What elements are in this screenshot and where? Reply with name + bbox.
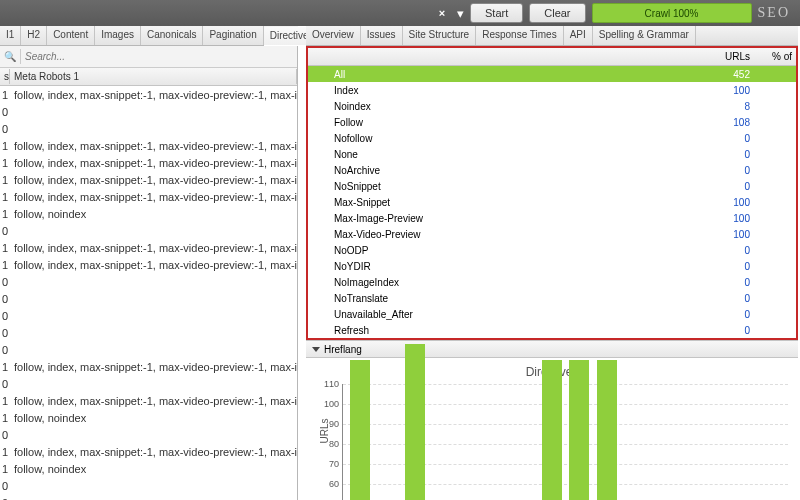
left-panel: 🔍 s Meta Robots 1 1follow, index, max-sn… xyxy=(0,46,298,500)
tab-response-times[interactable]: Response Times xyxy=(476,26,563,45)
table-row[interactable]: 0 xyxy=(0,341,297,358)
crawl-progress: Crawl 100% xyxy=(592,3,752,23)
tab-images[interactable]: Images xyxy=(95,26,141,45)
hreflang-expander[interactable]: Hreflang xyxy=(306,340,798,358)
directive-row-follow[interactable]: Follow108 xyxy=(308,114,796,130)
header-meta[interactable]: Meta Robots 1 xyxy=(10,69,297,84)
tab-canonicals[interactable]: Canonicals xyxy=(141,26,203,45)
directive-row-noodp[interactable]: NoODP0 xyxy=(308,242,796,258)
directive-row-max-snippet[interactable]: Max-Snippet100 xyxy=(308,194,796,210)
cell-s: 1 xyxy=(0,140,10,152)
chart-bar xyxy=(597,360,617,500)
directive-row-refresh[interactable]: Refresh0 xyxy=(308,322,796,338)
table-row[interactable]: 1follow, index, max-snippet:-1, max-vide… xyxy=(0,171,297,188)
table-row[interactable]: 0 xyxy=(0,290,297,307)
tab-content[interactable]: Content xyxy=(47,26,95,45)
cell-s: 1 xyxy=(0,446,10,458)
left-tabstrip: I1H2ContentImagesCanonicalsPaginationDir… xyxy=(0,26,298,46)
directive-row-all[interactable]: All452 xyxy=(308,66,796,82)
directive-label: Max-Video-Preview xyxy=(334,229,698,240)
table-row[interactable]: 0 xyxy=(0,426,297,443)
right-panel: URLs % of All452Index100Noindex8Follow10… xyxy=(306,46,798,500)
table-row[interactable]: 1follow, index, max-snippet:-1, max-vide… xyxy=(0,188,297,205)
cell-s: 0 xyxy=(0,497,10,501)
directive-row-noindex[interactable]: Noindex8 xyxy=(308,98,796,114)
cell-s: 0 xyxy=(0,106,10,118)
right-tabstrip: OverviewIssuesSite StructureResponse Tim… xyxy=(306,26,798,46)
directive-urls: 0 xyxy=(698,277,758,288)
table-row[interactable]: 1follow, index, max-snippet:-1, max-vide… xyxy=(0,256,297,273)
cell-meta: follow, index, max-snippet:-1, max-video… xyxy=(10,242,297,254)
gear-icon[interactable]: ▾ xyxy=(457,6,464,21)
table-row[interactable]: 1follow, index, max-snippet:-1, max-vide… xyxy=(0,137,297,154)
table-row[interactable]: 0 xyxy=(0,375,297,392)
directive-row-unavailable-after[interactable]: Unavailable_After0 xyxy=(308,306,796,322)
table-row[interactable]: 0 xyxy=(0,120,297,137)
table-row[interactable]: 1follow, index, max-snippet:-1, max-vide… xyxy=(0,239,297,256)
directive-urls: 0 xyxy=(698,245,758,256)
table-row[interactable]: 1follow, noindex xyxy=(0,205,297,222)
cell-s: 1 xyxy=(0,242,10,254)
search-input[interactable] xyxy=(21,49,297,64)
tab-issues[interactable]: Issues xyxy=(361,26,403,45)
table-row[interactable]: 1follow, index, max-snippet:-1, max-vide… xyxy=(0,86,297,103)
directive-urls: 0 xyxy=(698,293,758,304)
directive-urls: 0 xyxy=(698,133,758,144)
directive-row-nofollow[interactable]: Nofollow0 xyxy=(308,130,796,146)
tab-h2[interactable]: H2 xyxy=(21,26,47,45)
directive-row-nosnippet[interactable]: NoSnippet0 xyxy=(308,178,796,194)
directive-urls: 108 xyxy=(698,117,758,128)
directive-urls: 100 xyxy=(698,229,758,240)
tab-site-structure[interactable]: Site Structure xyxy=(403,26,477,45)
table-row[interactable]: 0 xyxy=(0,494,297,500)
tab-i1[interactable]: I1 xyxy=(0,26,21,45)
tab-api[interactable]: API xyxy=(564,26,593,45)
directive-row-index[interactable]: Index100 xyxy=(308,82,796,98)
directive-row-max-video-preview[interactable]: Max-Video-Preview100 xyxy=(308,226,796,242)
table-row[interactable]: 0 xyxy=(0,222,297,239)
cell-meta: follow, index, max-snippet:-1, max-video… xyxy=(10,140,297,152)
close-icon[interactable]: × xyxy=(433,7,451,19)
brand-label: SEO xyxy=(758,5,790,21)
directive-row-notranslate[interactable]: NoTranslate0 xyxy=(308,290,796,306)
directive-row-noarchive[interactable]: NoArchive0 xyxy=(308,162,796,178)
chart-tick: 110 xyxy=(315,379,339,389)
cell-meta: follow, index, max-snippet:-1, max-video… xyxy=(10,395,297,407)
table-row[interactable]: 0 xyxy=(0,477,297,494)
directive-label: NoArchive xyxy=(334,165,698,176)
table-row[interactable]: 1follow, index, max-snippet:-1, max-vide… xyxy=(0,358,297,375)
header-urls: URLs xyxy=(698,51,758,62)
directive-row-noimageindex[interactable]: NoImageIndex0 xyxy=(308,274,796,290)
cell-meta: follow, index, max-snippet:-1, max-video… xyxy=(10,361,297,373)
table-row[interactable]: 0 xyxy=(0,307,297,324)
tab-pagination[interactable]: Pagination xyxy=(203,26,263,45)
tab-overview[interactable]: Overview xyxy=(306,26,361,45)
cell-meta: follow, index, max-snippet:-1, max-video… xyxy=(10,191,297,203)
directive-urls: 100 xyxy=(698,85,758,96)
table-row[interactable]: 0 xyxy=(0,324,297,341)
clear-button[interactable]: Clear xyxy=(529,3,585,23)
cell-s: 1 xyxy=(0,174,10,186)
tab-spelling-grammar[interactable]: Spelling & Grammar xyxy=(593,26,696,45)
table-row[interactable]: 0 xyxy=(0,103,297,120)
cell-s: 1 xyxy=(0,208,10,220)
cell-meta: follow, noindex xyxy=(10,412,297,424)
table-row[interactable]: 1follow, noindex xyxy=(0,409,297,426)
directive-row-max-image-preview[interactable]: Max-Image-Preview100 xyxy=(308,210,796,226)
chart-tick: 80 xyxy=(315,439,339,449)
table-row[interactable]: 0 xyxy=(0,273,297,290)
directive-urls: 452 xyxy=(698,69,758,80)
cell-s: 1 xyxy=(0,412,10,424)
table-row[interactable]: 1follow, noindex xyxy=(0,460,297,477)
search-row: 🔍 xyxy=(0,46,297,68)
table-row[interactable]: 1follow, index, max-snippet:-1, max-vide… xyxy=(0,154,297,171)
table-row[interactable]: 1follow, index, max-snippet:-1, max-vide… xyxy=(0,443,297,460)
chart-area: Directives URLs 30405060708090100110 xyxy=(306,362,798,500)
table-row[interactable]: 1follow, index, max-snippet:-1, max-vide… xyxy=(0,392,297,409)
start-button[interactable]: Start xyxy=(470,3,523,23)
directive-row-noydir[interactable]: NoYDIR0 xyxy=(308,258,796,274)
directive-row-none[interactable]: None0 xyxy=(308,146,796,162)
top-toolbar: × ▾ Start Clear Crawl 100% SEO xyxy=(0,0,800,26)
cell-meta: follow, index, max-snippet:-1, max-video… xyxy=(10,89,297,101)
cell-meta: follow, noindex xyxy=(10,463,297,475)
